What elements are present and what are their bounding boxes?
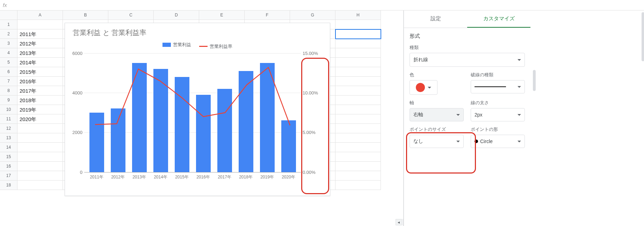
row-header[interactable]: 7 — [0, 77, 17, 86]
column-header[interactable]: B — [63, 10, 108, 20]
row-header[interactable]: 11 — [0, 114, 17, 124]
bar[interactable] — [196, 95, 211, 172]
cell[interactable] — [335, 48, 381, 58]
row-header[interactable]: 5 — [0, 58, 17, 67]
row-header[interactable]: 3 — [0, 39, 17, 48]
chart[interactable]: 営業利益 と 営業利益率 営業利益 営業利益率 02000400060000.0… — [65, 23, 330, 196]
chevron-down-icon — [456, 114, 460, 116]
cell[interactable] — [17, 20, 63, 29]
formula-input[interactable] — [10, 0, 641, 10]
cell[interactable] — [335, 105, 381, 114]
line-width-value: 2px — [475, 112, 483, 118]
chevron-down-icon — [518, 86, 521, 88]
cell[interactable] — [17, 152, 63, 162]
cell[interactable]: 2015年 — [17, 67, 63, 77]
chevron-down-icon — [428, 87, 431, 89]
cell[interactable] — [17, 171, 63, 181]
cell[interactable] — [335, 29, 381, 39]
cell[interactable]: 2020年 — [17, 114, 63, 124]
column-header[interactable]: G — [290, 10, 335, 20]
column-header[interactable]: C — [108, 10, 154, 20]
page-scrollbar[interactable] — [642, 12, 644, 61]
bar[interactable] — [175, 77, 189, 172]
cell[interactable] — [335, 67, 381, 77]
cell[interactable]: 2013年 — [17, 48, 63, 58]
row-header[interactable]: 4 — [0, 48, 17, 58]
row-header[interactable]: 1 — [0, 20, 17, 29]
cell[interactable] — [17, 162, 63, 171]
cell[interactable] — [335, 77, 381, 86]
cell[interactable] — [17, 133, 63, 143]
cell[interactable] — [335, 133, 381, 143]
row-header[interactable]: 2 — [0, 29, 17, 39]
tab-settings[interactable]: 設定 — [404, 10, 467, 28]
row-header[interactable]: 16 — [0, 162, 17, 171]
cell[interactable] — [335, 162, 381, 171]
row-header[interactable]: 10 — [0, 105, 17, 114]
row-header[interactable]: 6 — [0, 67, 17, 77]
tab-customize[interactable]: カスタマイズ — [467, 10, 530, 28]
bar[interactable] — [153, 69, 168, 172]
bar[interactable] — [260, 63, 275, 172]
point-shape-value: Circle — [480, 139, 493, 144]
row-header[interactable]: 17 — [0, 171, 17, 181]
y-left-tick: 4000 — [67, 90, 82, 95]
column-header[interactable]: H — [335, 10, 381, 20]
row-header[interactable]: 12 — [0, 124, 17, 133]
row-header[interactable]: 8 — [0, 86, 17, 96]
point-shape-select[interactable]: Circle — [471, 135, 525, 148]
cell[interactable] — [335, 86, 381, 96]
cell[interactable]: 2014年 — [17, 58, 63, 67]
row-header[interactable]: 14 — [0, 143, 17, 152]
bar[interactable] — [132, 63, 147, 172]
cell[interactable] — [17, 181, 63, 190]
cell[interactable]: 2011年 — [17, 29, 63, 39]
series-color-picker[interactable] — [410, 80, 437, 95]
cell[interactable]: 2017年 — [17, 86, 63, 96]
point-size-select[interactable]: なし — [410, 135, 464, 148]
row-header[interactable]: 15 — [0, 152, 17, 162]
type-label: 種類 — [410, 44, 525, 51]
row-header[interactable]: 13 — [0, 133, 17, 143]
cell[interactable]: 2012年 — [17, 39, 63, 48]
sidebar-scrollbar[interactable] — [533, 70, 536, 91]
column-header[interactable]: E — [199, 10, 245, 20]
bar[interactable] — [281, 120, 296, 172]
row-header[interactable]: 9 — [0, 96, 17, 105]
cell[interactable]: 2016年 — [17, 77, 63, 86]
bar[interactable] — [111, 108, 125, 172]
x-tick: 2019年 — [256, 174, 278, 180]
bar[interactable] — [239, 71, 253, 172]
column-header[interactable]: A — [17, 10, 63, 20]
cell[interactable] — [335, 58, 381, 67]
cell[interactable] — [335, 96, 381, 105]
cell[interactable] — [335, 114, 381, 124]
cell[interactable] — [17, 124, 63, 133]
dash-type-select[interactable] — [471, 80, 525, 93]
series-type-select[interactable]: 折れ線 — [410, 53, 525, 67]
cell[interactable] — [335, 152, 381, 162]
x-tick: 2016年 — [193, 174, 214, 180]
column-header[interactable]: D — [154, 10, 199, 20]
chart-legend: 営業利益 営業利益率 — [65, 40, 330, 53]
cell[interactable] — [335, 181, 381, 190]
x-tick: 2011年 — [86, 174, 107, 180]
bar[interactable] — [89, 113, 104, 172]
cell[interactable] — [335, 124, 381, 133]
row-header[interactable]: 18 — [0, 181, 17, 190]
cell[interactable]: 2018年 — [17, 96, 63, 105]
legend-line-swatch — [199, 46, 208, 47]
bar[interactable] — [217, 89, 232, 172]
cell[interactable] — [335, 39, 381, 48]
cell[interactable] — [17, 143, 63, 152]
cell[interactable]: 2019年 — [17, 105, 63, 114]
chart-editor-sidebar: 設定 カスタマイズ 形式 種類 折れ線 色 破線の種類 — [404, 10, 530, 226]
scroll-left-icon[interactable]: ◄ — [396, 219, 402, 225]
cell[interactable] — [335, 171, 381, 181]
cell[interactable] — [335, 20, 381, 29]
axis-select[interactable]: 右軸 — [410, 108, 464, 121]
line-width-select[interactable]: 2px — [471, 108, 525, 121]
chart-title: 営業利益 と 営業利益率 — [65, 23, 330, 40]
column-header[interactable]: F — [245, 10, 290, 20]
cell[interactable] — [335, 143, 381, 152]
